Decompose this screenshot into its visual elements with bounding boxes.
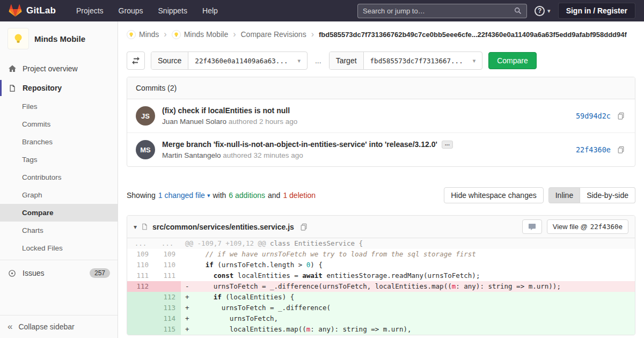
diff-file-actions: View file @ 22f4360e	[522, 219, 628, 234]
line-content: @@ -109,7 +109,12 @@ class EntitiesServi…	[181, 238, 635, 249]
diff-line: 109109 // if we have urnsToFetch we try …	[127, 249, 635, 260]
sign-in-button[interactable]: Sign in / Register	[558, 3, 635, 19]
diff-file-path[interactable]: src/common/services/entities.service.js	[152, 223, 294, 231]
new-line-number[interactable]: 112	[154, 292, 181, 303]
nav-groups[interactable]: Groups	[113, 3, 149, 18]
collapse-label: Collapse sidebar	[18, 322, 74, 331]
line-content: + if (localEntities) {	[181, 292, 635, 303]
new-line-number[interactable]: 114	[154, 313, 181, 324]
deletions-count: 1 deletion	[283, 191, 316, 200]
search-icon[interactable]	[514, 7, 522, 14]
diff-line: 110110 if (urnsToFetch.length > 0) {	[127, 260, 635, 270]
sidebar-item-commits[interactable]: Commits	[0, 115, 118, 133]
revision-range-dots: ...	[315, 56, 321, 65]
breadcrumb-compare-revisions[interactable]: Compare Revisions	[241, 30, 306, 39]
old-line-number[interactable]: 111	[127, 270, 154, 281]
sidebar-item-locked-files[interactable]: Locked Files	[0, 239, 118, 257]
breadcrumb-group[interactable]: Minds	[127, 30, 159, 39]
nav-projects[interactable]: Projects	[71, 3, 109, 18]
sidebar-item-project-overview[interactable]: Project overview	[0, 59, 118, 78]
breadcrumb-group-label: Minds	[139, 30, 159, 39]
commit-sha-link[interactable]: 22f4360e	[576, 145, 611, 154]
inline-view-button[interactable]: Inline	[548, 187, 580, 203]
new-line-number[interactable]: 115	[154, 324, 181, 335]
toggle-comments-button[interactable]	[522, 219, 542, 234]
sidebar-item-issues[interactable]: Issues 257	[0, 263, 118, 283]
old-line-number[interactable]: 109	[127, 249, 154, 260]
old-line-number[interactable]	[127, 292, 154, 303]
gitlab-app: GitLab Projects Groups Snippets Help ? ▾…	[0, 0, 644, 338]
sidebar-item-label: Issues	[23, 269, 44, 277]
sidebar-item-label: Repository	[23, 84, 62, 92]
gitlab-logo[interactable]: GitLab	[9, 4, 56, 17]
project-header[interactable]: Minds Mobile	[0, 21, 118, 55]
sidebar-item-branches[interactable]: Branches	[0, 133, 118, 151]
sidebar-item-files[interactable]: Files	[0, 98, 118, 115]
collapse-diff-caret-icon[interactable]: ▾	[134, 223, 137, 231]
line-content: if (urnsToFetch.length > 0) {	[181, 260, 635, 270]
old-line-number[interactable]: 112	[127, 281, 154, 292]
commit-author-link[interactable]: Juan Manuel Solaro	[162, 117, 226, 126]
new-line-number[interactable]: 113	[154, 303, 181, 313]
sidebar-item-charts[interactable]: Charts	[0, 222, 118, 239]
changed-files-dropdown[interactable]: 1 changed file ▾	[158, 191, 210, 200]
commit-message-expander[interactable]: ...	[442, 141, 453, 149]
old-line-number[interactable]	[127, 324, 154, 335]
breadcrumb-separator-icon: ›	[164, 30, 166, 39]
breadcrumb-project[interactable]: Minds Mobile	[172, 30, 228, 39]
collapse-chevrons-icon: «	[8, 324, 12, 329]
new-line-number[interactable]: 111	[154, 270, 181, 281]
breadcrumb-page-label: Compare Revisions	[241, 30, 306, 39]
view-file-button[interactable]: View file @ 22f4360e	[547, 219, 628, 234]
top-navbar: GitLab Projects Groups Snippets Help ? ▾…	[0, 0, 644, 21]
target-revision-dropdown[interactable]: fbd585573dc7f7313667... ▾	[364, 52, 482, 69]
commit-row: MSMerge branch 'fix-null-is-not-an-objec…	[127, 133, 635, 166]
commit-title-link[interactable]: (fix) check if localEntities is not null	[162, 106, 290, 115]
view-file-label: View file @	[553, 223, 588, 231]
collapse-sidebar-button[interactable]: « Collapse sidebar	[0, 315, 118, 338]
and-label: and	[268, 191, 280, 200]
old-line-number[interactable]	[127, 303, 154, 313]
nav-snippets[interactable]: Snippets	[153, 3, 193, 18]
diff-stats-bar: Showing 1 changed file ▾ with 6 addition…	[127, 187, 635, 203]
diff-line: 112+ if (localEntities) {	[127, 292, 635, 303]
old-line-number[interactable]: 110	[127, 260, 154, 270]
commit-author-link[interactable]: Martin Santangelo	[162, 151, 221, 159]
line-content: const localEntities = await entitiesStor…	[181, 270, 635, 281]
hide-whitespace-button[interactable]: Hide whitespace changes	[444, 187, 544, 203]
compare-button[interactable]: Compare	[488, 52, 537, 69]
chevron-down-icon: ▾	[207, 192, 210, 199]
repository-icon	[8, 84, 17, 92]
sidebar-item-compare[interactable]: Compare	[0, 204, 118, 222]
commit-title-link[interactable]: Merge branch 'fix-null-is-not-an-object-…	[162, 140, 437, 149]
source-revision-dropdown[interactable]: 22f4360e0a11409a6a63... ▾	[188, 52, 307, 69]
diff-line: 111111 const localEntities = await entit…	[127, 270, 635, 281]
new-line-number[interactable]: 109	[154, 249, 181, 260]
primary-nav: Projects Groups Snippets Help	[71, 3, 223, 18]
help-dropdown[interactable]: ? ▾	[535, 6, 551, 16]
old-line-number[interactable]	[127, 313, 154, 324]
copy-file-path-button[interactable]	[298, 222, 309, 232]
commit-sha-link[interactable]: 59d94d2c	[576, 112, 611, 120]
swap-revisions-button[interactable]	[127, 52, 145, 70]
sidebar-item-repository[interactable]: Repository	[0, 78, 118, 98]
commits-panel-header: Commits (2)	[127, 77, 635, 99]
additions-count: 6 additions	[229, 191, 265, 200]
search-input[interactable]	[363, 7, 514, 15]
diff-line: 113+ urnsToFetch = _.difference(	[127, 303, 635, 313]
tanuki-icon	[9, 4, 22, 17]
copy-sha-button[interactable]	[616, 111, 626, 121]
sidebar-item-contributors[interactable]: Contributors	[0, 168, 118, 186]
new-line-number[interactable]	[154, 281, 181, 292]
sidebar-item-graph[interactable]: Graph	[0, 186, 118, 204]
copy-sha-button[interactable]	[616, 144, 626, 155]
side-by-side-view-button[interactable]: Side-by-side	[580, 187, 635, 203]
nav-help[interactable]: Help	[197, 3, 223, 18]
sidebar-item-tags[interactable]: Tags	[0, 151, 118, 168]
repo-subitems: FilesCommitsBranchesTagsContributorsGrap…	[0, 98, 118, 257]
commits-panel: Commits (2) JS(fix) check if localEntiti…	[127, 77, 635, 167]
breadcrumb-separator-icon: ›	[311, 30, 314, 39]
source-revision-group: Source 22f4360e0a11409a6a63... ▾	[151, 52, 308, 70]
new-line-number[interactable]: 110	[154, 260, 181, 270]
main-content: Minds › Minds Mobile › Compare Revisions…	[118, 21, 644, 338]
